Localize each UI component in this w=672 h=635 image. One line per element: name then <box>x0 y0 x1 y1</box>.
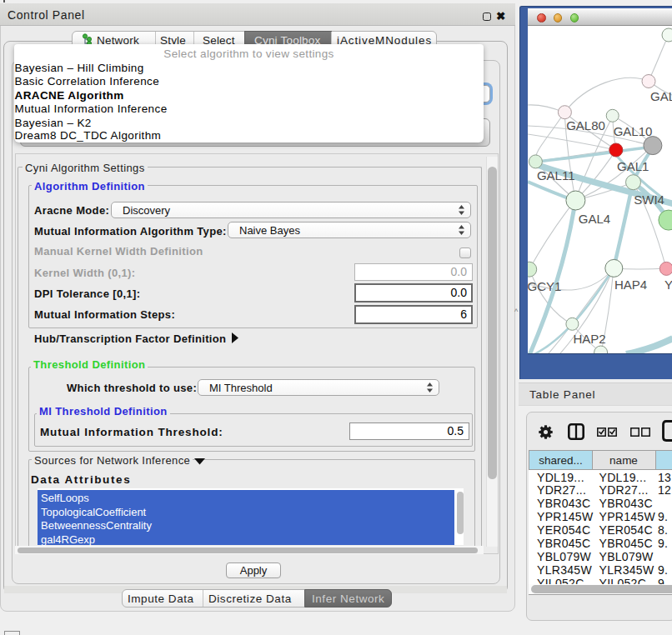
svg-text:GAL80: GAL80 <box>566 118 605 132</box>
svg-text:GAL11: GAL11 <box>537 168 575 182</box>
svg-text:SWI4: SWI4 <box>634 192 664 207</box>
svg-text:GAL4: GAL4 <box>579 212 610 226</box>
svg-text:GAL1: GAL1 <box>617 159 649 173</box>
svg-text:GAL7: GAL7 <box>650 89 672 103</box>
svg-text:HAP4: HAP4 <box>614 278 647 292</box>
svg-text:HAP2: HAP2 <box>573 332 605 346</box>
svg-text:GCY1: GCY1 <box>528 279 561 293</box>
svg-text:YJ: YJ <box>664 278 672 292</box>
svg-text:GAL10: GAL10 <box>614 124 653 138</box>
